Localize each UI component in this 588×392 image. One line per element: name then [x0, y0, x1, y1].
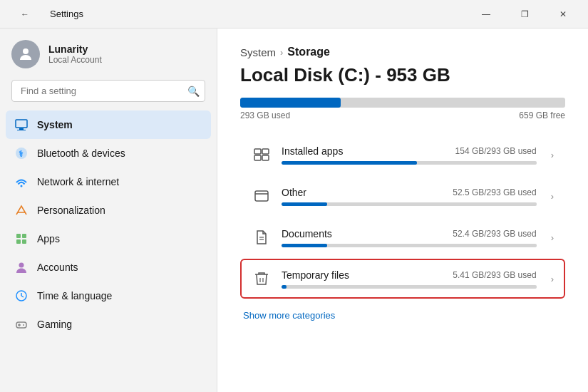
title-bar: ← Settings — ❐ ✕ — [0, 0, 588, 29]
other-icon — [252, 186, 272, 206]
category-header-installed-apps: Installed apps 154 GB/293 GB used — [282, 145, 537, 157]
category-bar-track-installed-apps — [282, 161, 537, 165]
storage-labels: 293 GB used 659 GB free — [240, 110, 565, 120]
category-bar-track-temporary-files — [282, 285, 537, 289]
bluetooth-icon: ⚕ — [14, 146, 29, 160]
window-controls: — ❐ ✕ — [470, 3, 579, 26]
sidebar-item-gaming[interactable]: Gaming — [6, 310, 211, 339]
maximize-button[interactable]: ❐ — [508, 3, 541, 26]
category-name-documents: Documents — [282, 228, 332, 239]
svg-rect-21 — [262, 149, 269, 154]
category-item-documents[interactable]: Documents 52.4 GB/293 GB used › — [240, 217, 565, 257]
storage-used-label: 293 GB used — [240, 110, 290, 120]
show-more-link[interactable]: Show more categories — [243, 310, 335, 321]
category-item-other[interactable]: Other 52.5 GB/293 GB used › — [240, 176, 565, 216]
category-header-temporary-files: Temporary files 5.41 GB/293 GB used — [282, 269, 537, 281]
category-bar-track-documents — [282, 244, 537, 247]
close-button[interactable]: ✕ — [547, 3, 579, 26]
system-icon — [14, 118, 29, 132]
account-type: Local Account — [48, 55, 102, 65]
category-name-installed-apps: Installed apps — [282, 145, 343, 157]
category-bar-fill-installed-apps — [282, 161, 417, 165]
breadcrumb: System › Storage — [240, 46, 565, 58]
storage-bar: 293 GB used 659 GB free — [240, 98, 565, 120]
category-list: Installed apps 154 GB/293 GB used › — [240, 135, 565, 299]
chevron-temporary-files: › — [551, 274, 554, 284]
minimize-button[interactable]: — — [470, 3, 502, 26]
app-title: Settings — [50, 9, 83, 19]
sidebar-label-personalization: Personalization — [37, 205, 105, 216]
user-section: Lunarity Local Account — [0, 29, 217, 77]
category-bar-fill-temporary-files — [282, 285, 287, 289]
svg-rect-11 — [22, 239, 26, 244]
svg-point-19 — [23, 324, 24, 326]
category-info-documents: Documents 52.4 GB/293 GB used — [282, 228, 537, 247]
svg-point-0 — [23, 48, 29, 54]
svg-point-12 — [19, 263, 24, 268]
gaming-icon — [14, 317, 29, 331]
category-item-installed-apps[interactable]: Installed apps 154 GB/293 GB used › — [240, 135, 565, 175]
category-info-temporary-files: Temporary files 5.41 GB/293 GB used — [282, 269, 537, 289]
sidebar-label-accounts: Accounts — [37, 262, 78, 273]
network-icon — [14, 175, 29, 189]
sidebar: Lunarity Local Account 🔍 System — [0, 29, 217, 392]
user-info: Lunarity Local Account — [48, 43, 102, 65]
user-name: Lunarity — [48, 43, 102, 55]
category-bar-fill-documents — [282, 244, 327, 247]
sidebar-item-bluetooth[interactable]: ⚕ Bluetooth & devices — [6, 139, 211, 167]
svg-point-6 — [21, 185, 23, 187]
svg-rect-3 — [17, 130, 26, 130]
main-content: System › Storage Local Disk (C:) - 953 G… — [217, 29, 588, 392]
svg-rect-1 — [16, 120, 27, 128]
sidebar-item-system[interactable]: System — [6, 110, 211, 139]
temporary-files-icon — [252, 269, 272, 289]
sidebar-item-time[interactable]: Time & language — [6, 282, 211, 310]
category-size-other: 52.5 GB/293 GB used — [453, 187, 536, 197]
category-size-documents: 52.4 GB/293 GB used — [453, 229, 536, 239]
documents-icon — [252, 227, 272, 247]
show-more-section: Show more categories — [240, 309, 565, 321]
chevron-installed-apps: › — [551, 150, 554, 160]
svg-rect-23 — [262, 155, 269, 160]
svg-line-15 — [21, 296, 24, 297]
storage-bar-fill — [240, 98, 341, 108]
category-header-other: Other 52.5 GB/293 GB used — [282, 187, 537, 198]
storage-bar-track — [240, 98, 565, 108]
search-input[interactable] — [11, 80, 205, 102]
sidebar-label-time: Time & language — [37, 290, 112, 301]
svg-rect-2 — [19, 128, 24, 130]
sidebar-item-apps[interactable]: Apps — [6, 225, 211, 253]
svg-rect-22 — [254, 155, 261, 160]
breadcrumb-separator: › — [280, 47, 283, 58]
svg-rect-20 — [254, 149, 261, 154]
apps-icon — [14, 232, 29, 246]
category-name-other: Other — [282, 187, 306, 198]
svg-rect-8 — [16, 234, 21, 238]
nav-list: System ⚕ Bluetooth & devices — [0, 110, 217, 339]
chevron-other: › — [551, 191, 554, 202]
svg-text:⚕: ⚕ — [19, 149, 24, 159]
personalization-icon — [14, 203, 29, 217]
search-box: 🔍 — [11, 80, 205, 102]
category-size-installed-apps: 154 GB/293 GB used — [455, 146, 537, 156]
sidebar-label-apps: Apps — [37, 233, 60, 244]
breadcrumb-parent: System — [240, 46, 276, 58]
category-info-installed-apps: Installed apps 154 GB/293 GB used — [282, 145, 537, 165]
sidebar-item-network[interactable]: Network & internet — [6, 167, 211, 196]
category-item-temporary-files[interactable]: Temporary files 5.41 GB/293 GB used › — [240, 259, 565, 299]
sidebar-item-personalization[interactable]: Personalization — [6, 196, 211, 225]
chevron-documents: › — [551, 232, 554, 243]
svg-rect-9 — [22, 234, 26, 238]
search-icon-button[interactable]: 🔍 — [187, 86, 200, 97]
avatar — [11, 40, 40, 68]
sidebar-label-gaming: Gaming — [37, 319, 72, 330]
sidebar-item-accounts[interactable]: Accounts — [6, 253, 211, 282]
category-bar-track-other — [282, 202, 537, 206]
sidebar-label-system: System — [37, 119, 73, 130]
back-button[interactable]: ← — [9, 3, 41, 26]
time-icon — [14, 289, 29, 303]
category-name-temporary-files: Temporary files — [282, 269, 349, 281]
sidebar-label-bluetooth: Bluetooth & devices — [37, 148, 125, 159]
sidebar-label-network: Network & internet — [37, 176, 119, 187]
accounts-icon — [14, 260, 29, 274]
